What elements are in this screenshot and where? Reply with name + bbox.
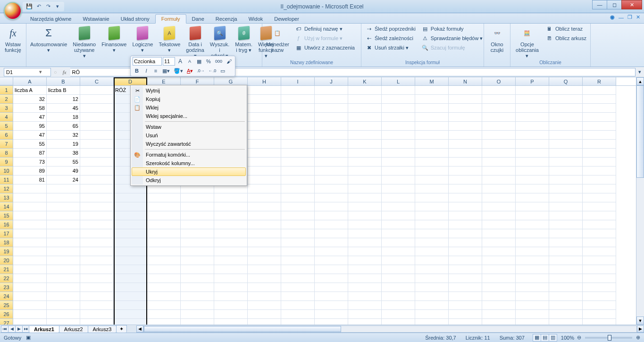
cell[interactable] [382, 283, 415, 292]
cell[interactable] [583, 265, 616, 274]
cell[interactable] [415, 86, 449, 95]
cell[interactable] [147, 220, 181, 229]
cell[interactable] [415, 256, 449, 265]
row-header[interactable]: 8 [0, 149, 13, 158]
cell[interactable] [114, 238, 147, 247]
column-header-R[interactable]: R [583, 77, 616, 85]
cell[interactable] [47, 211, 80, 220]
zoom-slider[interactable] [585, 337, 632, 339]
view-layout-button[interactable]: ▤ [541, 334, 549, 342]
cell[interactable] [13, 238, 47, 247]
cell[interactable] [549, 140, 583, 149]
percent-icon[interactable]: % [204, 57, 213, 66]
thousand-icon[interactable]: 000 [214, 57, 224, 66]
cell[interactable] [516, 131, 549, 140]
cell[interactable] [181, 220, 214, 229]
cell[interactable] [382, 319, 415, 325]
cell[interactable] [13, 211, 47, 220]
cell[interactable] [415, 220, 449, 229]
cell[interactable] [248, 229, 281, 238]
column-header-F[interactable]: F [181, 77, 214, 85]
name-box-dropdown-icon[interactable]: ▾ [39, 69, 42, 75]
cell[interactable] [482, 274, 516, 283]
cell[interactable] [415, 229, 449, 238]
cell[interactable] [415, 211, 449, 220]
cell[interactable] [449, 158, 482, 167]
cell[interactable] [583, 229, 616, 238]
cell[interactable] [415, 167, 449, 175]
cell[interactable] [482, 220, 516, 229]
cell[interactable]: 73 [13, 158, 47, 167]
cell[interactable] [516, 167, 549, 175]
logical-button[interactable]: Logiczne▾ [130, 25, 155, 54]
cell[interactable] [114, 193, 147, 202]
cell[interactable] [248, 247, 281, 256]
name-box-input[interactable] [6, 69, 39, 75]
cell[interactable] [80, 220, 114, 229]
cell[interactable] [348, 274, 382, 283]
cancel-formula-icon[interactable]: ○ [52, 69, 59, 75]
cell[interactable] [13, 193, 47, 202]
cell[interactable] [382, 131, 415, 140]
cell[interactable] [583, 113, 616, 122]
cell[interactable] [549, 184, 583, 193]
cell[interactable] [516, 86, 549, 95]
cell[interactable]: Y NIE [248, 140, 281, 149]
cell[interactable] [382, 229, 415, 238]
tab-view[interactable]: Widok [243, 15, 269, 23]
row-header[interactable]: 1 [0, 86, 13, 95]
cell[interactable] [80, 104, 114, 113]
hscroll-left-button[interactable]: ◀ [136, 325, 143, 333]
cell[interactable] [248, 238, 281, 247]
cell[interactable] [13, 247, 47, 256]
calc-now-button[interactable]: 🖩Oblicz teraz [544, 25, 588, 33]
cell[interactable] [583, 193, 616, 202]
cell[interactable] [281, 113, 315, 122]
cell[interactable] [315, 310, 348, 319]
cell[interactable] [449, 149, 482, 158]
help-icon[interactable]: ◉ [610, 14, 615, 20]
cell[interactable] [449, 319, 482, 325]
cell[interactable] [281, 238, 315, 247]
cell[interactable] [181, 256, 214, 265]
cell[interactable] [348, 86, 382, 95]
cell[interactable]: 55 [13, 140, 47, 149]
watch-window-button[interactable]: 👓Okno czujki [486, 25, 508, 54]
cell[interactable] [549, 220, 583, 229]
cell[interactable] [449, 256, 482, 265]
sheet-tab-3[interactable]: Arkusz3 [88, 325, 117, 333]
cell[interactable] [281, 95, 315, 104]
cell[interactable] [348, 265, 382, 274]
math-button[interactable]: θMatem. i tryg ▾ [233, 25, 254, 54]
cell[interactable] [214, 310, 248, 319]
cell[interactable] [382, 184, 415, 193]
doc-restore-button[interactable]: ❐ [627, 14, 632, 20]
tab-review[interactable]: Recenzja [210, 15, 243, 23]
cell[interactable] [382, 202, 415, 211]
tab-insert[interactable]: Wstawianie [77, 15, 115, 23]
evaluate-formula-button[interactable]: 🔍Szacuj formułę [419, 43, 485, 52]
cell[interactable] [315, 265, 348, 274]
cell[interactable]: liczba B [47, 86, 80, 95]
cell[interactable] [80, 301, 114, 310]
cell[interactable] [281, 86, 315, 95]
cell[interactable] [114, 310, 147, 319]
cell[interactable] [449, 184, 482, 193]
cell[interactable] [348, 158, 382, 167]
cell[interactable] [449, 220, 482, 229]
context-unhide[interactable]: Odkryj [132, 176, 246, 184]
cell[interactable]: Y NIE [248, 158, 281, 167]
cell[interactable] [482, 238, 516, 247]
cell[interactable] [415, 95, 449, 104]
maximize-button[interactable]: ◻ [607, 0, 622, 9]
cell[interactable] [482, 229, 516, 238]
cell[interactable] [415, 292, 449, 301]
cell[interactable] [482, 175, 516, 184]
cell[interactable] [248, 292, 281, 301]
cell[interactable] [181, 229, 214, 238]
cell[interactable] [80, 193, 114, 202]
remove-arrows-button[interactable]: ✖Usuń strzałki ▾ [363, 43, 418, 52]
cell[interactable] [281, 211, 315, 220]
cell[interactable] [482, 158, 516, 167]
cell[interactable] [516, 202, 549, 211]
